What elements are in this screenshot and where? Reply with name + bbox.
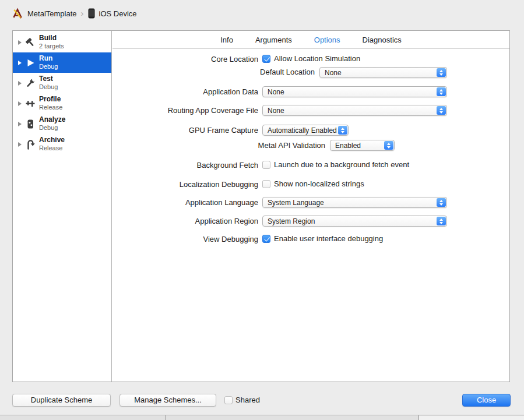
localization-debugging-row: Show non-localized strings: [262, 179, 364, 188]
shared-label: Shared: [235, 396, 260, 404]
breadcrumb: MetalTemplate › iOS Device: [12, 8, 137, 19]
stepper-arrows-icon: [338, 126, 347, 135]
stepper-arrows-icon: [437, 198, 446, 207]
hammer-icon: [24, 37, 36, 48]
caliper-icon: [24, 98, 36, 109]
stepper-arrows-icon: [437, 106, 446, 115]
tab-diagnostics[interactable]: Diagnostics: [363, 36, 402, 44]
disclosure-triangle-icon[interactable]: [18, 61, 22, 65]
disclosure-triangle-icon[interactable]: [18, 81, 22, 86]
disclosure-triangle-icon[interactable]: [18, 122, 22, 126]
sidebar-item-sublabel: Debug: [39, 124, 65, 132]
routing-app-coverage-label: Routing App Coverage File: [112, 106, 258, 115]
enable-ui-debugging-text: Enable user interface debugging: [274, 234, 383, 243]
allow-location-simulation-checkbox[interactable]: [262, 55, 270, 63]
application-data-label: Application Data: [112, 87, 258, 96]
archive-icon: [24, 139, 36, 150]
view-debugging-label: View Debugging: [112, 235, 258, 243]
shared-row: Shared: [224, 396, 260, 404]
sidebar-item-analyze[interactable]: Analyze Debug: [13, 114, 111, 134]
routing-app-coverage-select[interactable]: None: [262, 105, 447, 116]
close-button[interactable]: Close: [462, 394, 511, 407]
localization-debugging-label: Localization Debugging: [112, 180, 258, 189]
show-non-localized-strings-text: Show non-localized strings: [274, 179, 364, 188]
metal-api-validation-label: Metal API Validation: [180, 141, 325, 150]
sidebar-item-sublabel: Release: [39, 144, 65, 152]
shared-checkbox[interactable]: [224, 396, 233, 404]
background-fetch-text: Launch due to a background fetch event: [274, 160, 409, 169]
xcode-app-icon: [12, 8, 23, 19]
allow-location-simulation-text: Allow Location Simulation: [274, 54, 360, 63]
tab-arguments[interactable]: Arguments: [255, 36, 292, 44]
sidebar-item-sublabel: Debug: [39, 63, 58, 70]
meter-icon: [24, 119, 36, 129]
scheme-editor-sheet: MetalTemplate › iOS Device: [0, 0, 524, 420]
duplicate-scheme-button[interactable]: Duplicate Scheme: [12, 394, 111, 407]
sidebar-item-profile[interactable]: Profile Release: [13, 93, 111, 114]
stepper-arrows-icon: [437, 87, 446, 96]
sidebar-item-label: Build: [39, 34, 64, 43]
application-region-select[interactable]: System Region: [262, 216, 447, 227]
sidebar-item-label: Analyze: [39, 116, 65, 124]
sidebar-item-label: Run: [39, 55, 58, 63]
application-data-select[interactable]: None: [262, 86, 447, 97]
disclosure-triangle-icon[interactable]: [18, 142, 22, 147]
ios-device-icon: [88, 8, 95, 19]
scheme-name-button[interactable]: MetalTemplate: [27, 9, 77, 18]
metal-api-validation-select[interactable]: Enabled: [330, 140, 395, 151]
tab-info[interactable]: Info: [220, 36, 233, 44]
disclosure-triangle-icon[interactable]: [18, 101, 22, 106]
sidebar-item-test[interactable]: Test Debug: [13, 73, 111, 93]
sidebar-item-sublabel: Release: [39, 104, 62, 111]
background-window-edge: [0, 415, 524, 420]
tab-options[interactable]: Options: [314, 36, 340, 44]
sidebar-item-build[interactable]: Build 2 targets: [13, 32, 111, 52]
disclosure-triangle-icon[interactable]: [18, 40, 22, 45]
scheme-editor-panel: Build 2 targets Run Debug: [12, 30, 510, 382]
background-fetch-row: Launch due to a background fetch event: [262, 160, 409, 169]
sidebar-item-label: Test: [39, 75, 58, 83]
application-language-select[interactable]: System Language: [262, 197, 447, 208]
stepper-arrows-icon: [437, 68, 446, 77]
gpu-frame-capture-label: GPU Frame Capture: [112, 126, 258, 135]
default-location-select[interactable]: None: [319, 67, 447, 78]
default-location-label: Default Location: [169, 68, 315, 76]
stepper-arrows-icon: [384, 141, 393, 150]
manage-schemes-button[interactable]: Manage Schemes...: [119, 394, 216, 407]
sidebar-item-archive[interactable]: Archive Release: [13, 134, 111, 154]
core-location-label: Core Location: [112, 55, 258, 63]
breadcrumb-chevron-icon: ›: [81, 9, 84, 17]
application-region-label: Application Region: [112, 217, 258, 225]
sidebar-item-run[interactable]: Run Debug: [13, 52, 111, 73]
application-language-label: Application Language: [112, 198, 258, 207]
show-non-localized-strings-checkbox[interactable]: [262, 180, 270, 188]
view-debugging-row: Enable user interface debugging: [262, 234, 383, 243]
background-fetch-label: Background Fetch: [112, 161, 258, 170]
play-icon: [24, 58, 36, 68]
sidebar-item-label: Archive: [39, 136, 65, 144]
wrench-icon: [24, 78, 36, 89]
gpu-frame-capture-select[interactable]: Automatically Enabled: [262, 125, 349, 136]
sidebar-item-label: Profile: [39, 96, 62, 104]
allow-location-simulation-row: Allow Location Simulation: [262, 54, 360, 63]
sidebar-item-sublabel: 2 targets: [39, 43, 64, 50]
stepper-arrows-icon: [437, 217, 446, 225]
background-fetch-checkbox[interactable]: [262, 161, 270, 169]
tab-bar: Info Arguments Options Diagnostics: [112, 31, 509, 49]
sidebar-item-sublabel: Debug: [39, 83, 58, 91]
scheme-actions-sidebar: Build 2 targets Run Debug: [13, 31, 112, 382]
enable-ui-debugging-checkbox[interactable]: [262, 235, 270, 243]
destination-button[interactable]: iOS Device: [99, 9, 137, 18]
